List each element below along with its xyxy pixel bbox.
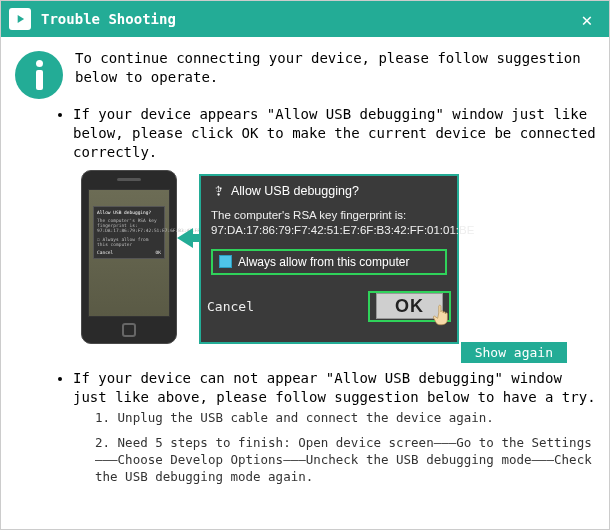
steps-list: 1. Unplug the USB cable and connect the … xyxy=(95,410,599,486)
hand-pointer-icon xyxy=(429,302,455,328)
popup-ok-highlight: OK xyxy=(368,291,451,322)
usb-debug-popup: Allow USB debugging? The computer's RSA … xyxy=(199,174,459,344)
illustration: Allow USB debugging? The computer's RSA … xyxy=(81,170,481,348)
step-1: 1. Unplug the USB cable and connect the … xyxy=(95,410,599,427)
phone-dialog-fp: The computer's RSA key fingerprint is: 9… xyxy=(97,218,161,234)
phone-dialog-title: Allow USB debugging? xyxy=(97,210,161,215)
popup-fp-value: 97:DA:17:86:79:F7:42:51:E7:6F:B3:42:FF:0… xyxy=(211,224,474,236)
popup-always-label: Always allow from this computer xyxy=(238,255,409,269)
usb-icon xyxy=(211,184,225,198)
content-area: To continue connecting your device, plea… xyxy=(1,37,609,504)
phone-dialog-always: ☐ Always allow from this computer xyxy=(97,237,161,247)
step-2: 2. Need 5 steps to finish: Open device s… xyxy=(95,435,599,486)
popup-fp-label: The computer's RSA key fingerprint is: xyxy=(211,209,406,221)
popup-title: Allow USB debugging? xyxy=(231,184,359,198)
phone-mockup: Allow USB debugging? The computer's RSA … xyxy=(81,170,177,344)
close-icon[interactable]: ✕ xyxy=(573,5,601,33)
bullet-2: If your device can not appear "Allow USB… xyxy=(73,369,599,407)
titlebar: Trouble Shooting ✕ xyxy=(1,1,609,37)
info-icon xyxy=(15,51,63,99)
window-title: Trouble Shooting xyxy=(41,11,573,27)
intro-text: To continue connecting your device, plea… xyxy=(75,49,599,87)
popup-cancel-button[interactable]: Cancel xyxy=(207,299,254,314)
popup-always-row[interactable]: Always allow from this computer xyxy=(211,249,447,275)
bullet-1: If your device appears "Allow USB debugg… xyxy=(73,105,599,162)
app-logo-icon xyxy=(9,8,31,30)
checkbox-icon[interactable] xyxy=(219,255,232,268)
phone-ok: OK xyxy=(156,250,161,255)
phone-cancel: Cancel xyxy=(97,250,113,255)
arrow-icon xyxy=(177,226,201,250)
